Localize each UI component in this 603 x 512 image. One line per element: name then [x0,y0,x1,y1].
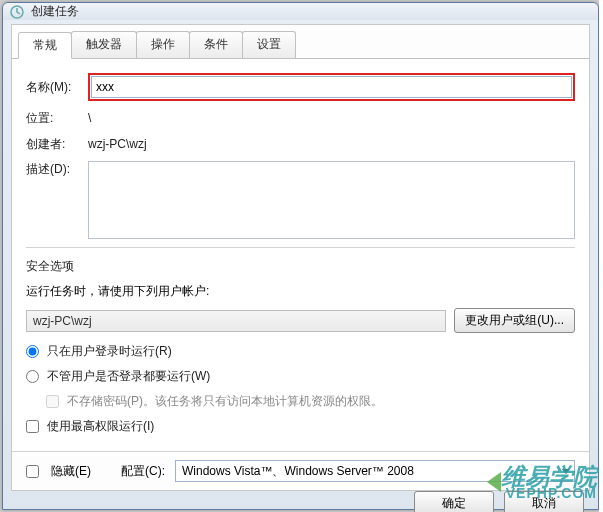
run-as-label: 运行任务时，请使用下列用户帐户: [26,283,575,300]
radio-logged-on-label: 只在用户登录时运行(R) [47,343,172,360]
tab-settings[interactable]: 设置 [242,31,296,58]
tab-triggers[interactable]: 触发器 [71,31,137,58]
description-textarea[interactable] [88,161,575,239]
creator-value: wzj-PC\wzj [88,135,575,153]
account-display: wzj-PC\wzj [26,310,446,332]
radio-any-user[interactable] [26,370,39,383]
name-input[interactable] [91,76,572,98]
app-icon [9,4,25,20]
config-select[interactable]: Windows Vista™、Windows Server™ 2008 [175,460,575,482]
bottom-row: 隐藏(E) 配置(C): Windows Vista™、Windows Serv… [12,451,589,490]
window-title: 创建任务 [31,3,79,20]
security-title: 安全选项 [26,258,575,275]
titlebar[interactable]: 创建任务 [3,3,598,20]
config-value: Windows Vista™、Windows Server™ 2008 [182,463,414,480]
ok-button[interactable]: 确定 [414,491,494,512]
no-password-label: 不存储密码(P)。该任务将只有访问本地计算机资源的权限。 [67,393,383,410]
highest-priv-label: 使用最高权限运行(I) [47,418,154,435]
general-panel: 名称(M): 位置: \ 创建者: wzj-PC\wzj 描述(D): 安全选项… [12,59,589,451]
tab-strip: 常规 触发器 操作 条件 设置 [12,25,589,59]
config-label: 配置(C): [121,463,165,480]
create-task-dialog: 创建任务 常规 触发器 操作 条件 设置 名称(M): 位置: \ 创建者: w… [2,2,599,510]
no-password-checkbox [46,395,59,408]
name-highlight [88,73,575,101]
location-label: 位置: [26,110,88,127]
tab-general[interactable]: 常规 [18,32,72,59]
location-value: \ [88,109,575,127]
highest-priv-checkbox[interactable] [26,420,39,433]
hidden-label: 隐藏(E) [51,463,91,480]
tab-conditions[interactable]: 条件 [189,31,243,58]
change-user-button[interactable]: 更改用户或组(U)... [454,308,575,333]
creator-label: 创建者: [26,136,88,153]
tab-actions[interactable]: 操作 [136,31,190,58]
chevron-down-icon [562,469,570,474]
radio-logged-on[interactable] [26,345,39,358]
radio-any-user-label: 不管用户是否登录都要运行(W) [47,368,210,385]
name-label: 名称(M): [26,79,88,96]
desc-label: 描述(D): [26,161,88,178]
dialog-footer: 确定 取消 [3,491,598,512]
divider [26,247,575,248]
content-area: 常规 触发器 操作 条件 设置 名称(M): 位置: \ 创建者: wzj-PC… [11,24,590,491]
hidden-checkbox[interactable] [26,465,39,478]
cancel-button[interactable]: 取消 [504,491,584,512]
